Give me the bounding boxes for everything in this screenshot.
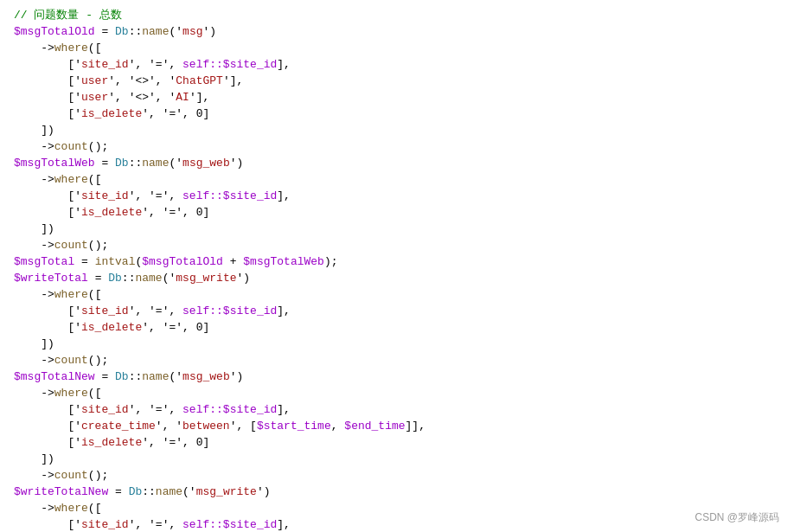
code-token: name xyxy=(156,485,182,498)
code-token: = xyxy=(156,518,163,531)
code-line: ->count(); xyxy=(14,352,779,369)
code-line: // 问题数量 - 总数 xyxy=(14,7,779,23)
code-token: [' xyxy=(14,91,81,104)
code-line: $msgTotalNew = Db::name('msg_web') xyxy=(14,369,779,385)
code-token: site_id xyxy=(81,58,129,71)
code-token: [' xyxy=(14,206,81,219)
code-token: [' xyxy=(14,321,81,334)
code-token: ', ' xyxy=(149,91,176,104)
code-token: ') xyxy=(257,485,271,498)
code-token: Db xyxy=(115,157,129,170)
code-line: ['site_id', '=', self::$site_id], xyxy=(14,401,779,418)
code-token: ', ' xyxy=(149,74,176,87)
code-token: -> xyxy=(14,469,54,482)
code-token: ], xyxy=(277,403,291,416)
code-line: ['site_id', '=', self::$site_id], xyxy=(14,188,779,204)
code-token: -> xyxy=(14,288,54,301)
code-line: ->where([ xyxy=(14,286,779,303)
code-line: ['user', '<>', 'ChatGPT'], xyxy=(14,73,779,89)
code-container: // 问题数量 - 总数$msgTotalOld = Db::name('msg… xyxy=(0,0,793,532)
code-line: $msgTotalOld = Db::name('msg') xyxy=(14,23,779,40)
code-token: [' xyxy=(14,403,81,416)
code-token: [' xyxy=(14,107,81,120)
code-token: site_id xyxy=(81,403,129,416)
code-token: (' xyxy=(182,485,196,498)
code-token: ([ xyxy=(88,42,102,54)
code-token: ], xyxy=(277,58,291,71)
code-token: -> xyxy=(14,173,54,186)
code-line: ->where([ xyxy=(14,40,779,56)
code-token: where xyxy=(54,502,88,515)
code-token: name xyxy=(142,370,169,383)
code-token: [' xyxy=(14,420,81,433)
code-token: ', 0] xyxy=(176,107,209,120)
code-token: :: xyxy=(129,370,143,383)
code-token: between xyxy=(182,420,230,433)
code-line: $writeTotalNew = Db::name('msg_write') xyxy=(14,484,779,500)
code-token: ]) xyxy=(14,337,54,350)
code-token: '], xyxy=(189,91,209,104)
code-token: Db xyxy=(115,25,129,38)
code-token: ', xyxy=(163,304,182,317)
code-token: ', ' xyxy=(129,304,156,317)
code-token: [' xyxy=(14,189,81,202)
code-line: ['site_id', '=', self::$site_id], xyxy=(14,516,779,532)
code-token: count xyxy=(54,354,88,367)
code-line: ]) xyxy=(14,221,779,237)
code-line: $writeTotal = Db::name('msg_write') xyxy=(14,270,779,286)
code-line: ->count(); xyxy=(14,138,779,155)
code-token: $msgTotal xyxy=(14,255,74,268)
code-token: self::$site_id xyxy=(182,304,277,317)
code-token: where xyxy=(54,288,88,301)
code-token: ', 0] xyxy=(176,206,209,219)
code-line: ['is_delete', '=', 0] xyxy=(14,319,779,336)
code-token: self::$site_id xyxy=(182,58,277,71)
code-token: = xyxy=(74,255,94,268)
code-token: ', ' xyxy=(129,403,156,416)
code-token: site_id xyxy=(81,304,129,317)
code-token: ([ xyxy=(88,288,102,301)
code-token: -> xyxy=(14,354,54,367)
code-line: ->where([ xyxy=(14,385,779,401)
code-token: = xyxy=(156,403,163,416)
code-token: msg xyxy=(182,25,202,38)
code-token: (' xyxy=(169,25,182,38)
code-token: msg_web xyxy=(182,157,230,170)
code-token: -> xyxy=(14,42,54,54)
code-token: ChatGPT xyxy=(176,74,223,87)
code-token: where xyxy=(54,387,88,400)
code-token: $msgTotalOld xyxy=(14,25,95,38)
code-token: is_delete xyxy=(81,107,142,120)
code-token: create_time xyxy=(81,420,156,433)
code-token: $msgTotalOld xyxy=(142,255,223,268)
code-token: [' xyxy=(14,436,81,449)
code-token: intval xyxy=(95,255,136,268)
code-token: ', xyxy=(163,189,182,202)
code-token: ]], xyxy=(406,420,425,433)
code-token: msg_web xyxy=(182,370,230,383)
code-token: ', xyxy=(163,58,182,71)
code-token: <> xyxy=(135,91,149,104)
code-token: ', 0] xyxy=(176,436,209,449)
code-line: ]) xyxy=(14,336,779,352)
code-token: count xyxy=(54,239,88,252)
code-token: ], xyxy=(277,518,291,531)
code-token: = xyxy=(156,304,163,317)
code-token: $msgTotalWeb xyxy=(14,157,95,170)
code-token: ') xyxy=(230,370,244,383)
code-block: // 问题数量 - 总数$msgTotalOld = Db::name('msg… xyxy=(0,7,793,532)
code-token: ', ' xyxy=(108,74,135,87)
code-token: // 问题数量 - 总数 xyxy=(14,9,122,22)
code-token: msg_write xyxy=(196,485,257,498)
code-token: :: xyxy=(129,25,143,38)
code-token: is_delete xyxy=(81,436,142,449)
code-line: ['is_delete', '=', 0] xyxy=(14,204,779,221)
code-token: (' xyxy=(169,370,182,383)
code-line: ]) xyxy=(14,451,779,467)
code-token: name xyxy=(135,272,162,285)
code-token: $end_time xyxy=(344,420,405,433)
code-token: [' xyxy=(14,74,81,87)
code-line: ->count(); xyxy=(14,467,779,484)
code-line: ->count(); xyxy=(14,237,779,253)
code-token: , xyxy=(331,420,345,433)
